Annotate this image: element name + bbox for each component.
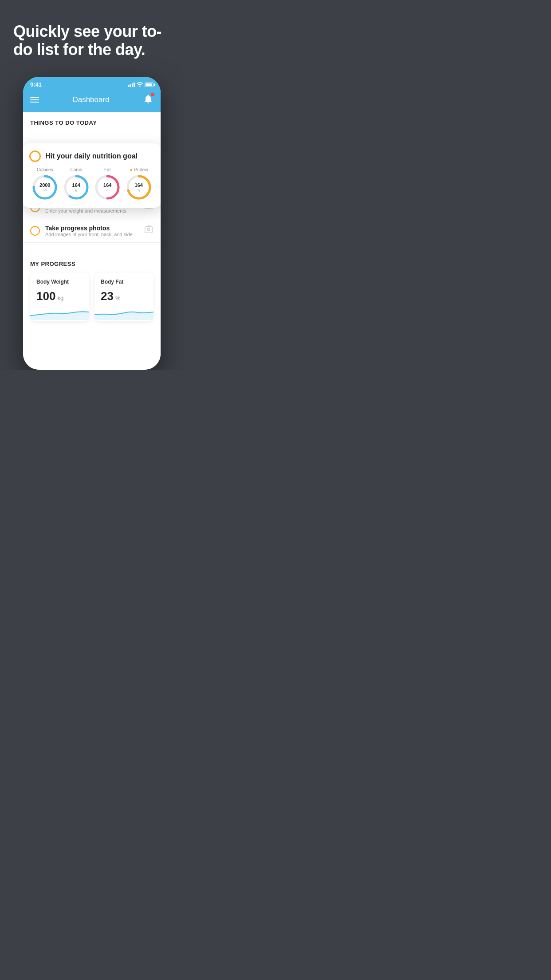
calories-label: Calories: [37, 167, 53, 172]
progress-cards: Body Weight 100 kg: [30, 273, 153, 321]
photos-subtitle: Add images of your front, back, and side: [45, 232, 138, 237]
body-weight-value: 100: [36, 289, 55, 303]
body-fat-chart: [94, 307, 153, 320]
carbs-donut: 164 g: [63, 174, 90, 201]
fat-donut: 164 g: [94, 174, 121, 201]
body-fat-value-row: 23 %: [101, 289, 147, 303]
hero-section: Quickly see your to-do list for the day.: [0, 0, 184, 68]
body-weight-chart: [30, 307, 89, 320]
status-time: 9:41: [30, 81, 42, 88]
phone-screen: 9:41 Dashboard: [23, 77, 161, 370]
nutrition-card: Hit your daily nutrition goal Calories: [23, 143, 161, 208]
calories-value: 2000: [39, 182, 50, 188]
nutrition-circle-check: [29, 150, 41, 162]
status-bar: 9:41: [23, 77, 161, 89]
protein-stat: ★ Protein 164 g: [126, 167, 152, 201]
svg-point-12: [147, 229, 150, 231]
notification-bell-icon[interactable]: [143, 94, 153, 106]
hero-title: Quickly see your to-do list for the day.: [13, 22, 170, 59]
fat-label: Fat: [104, 167, 110, 172]
carbs-value: 164: [72, 182, 80, 188]
protein-value: 164: [135, 182, 143, 188]
list-item[interactable]: Take progress photos Add images of your …: [23, 219, 161, 243]
svg-rect-11: [145, 227, 153, 233]
body-weight-value-row: 100 kg: [36, 289, 83, 303]
protein-label: ★ Protein: [129, 167, 148, 172]
body-fat-value: 23: [101, 289, 114, 303]
progress-section: MY PROGRESS Body Weight 100 kg: [23, 252, 161, 328]
wifi-icon: [137, 82, 143, 87]
body-weight-unit: kg: [57, 295, 63, 301]
spacer: [23, 243, 161, 252]
todo-section-header: THINGS TO DO TODAY: [23, 112, 161, 130]
phone-mockup: 9:41 Dashboard: [0, 77, 184, 370]
bodystats-subtitle: Enter your weight and measurements: [45, 208, 138, 213]
protein-donut: 164 g: [126, 174, 152, 201]
status-icons: [128, 82, 154, 87]
phone-content: THINGS TO DO TODAY Hit your daily nutrit…: [23, 112, 161, 370]
body-fat-title: Body Fat: [101, 279, 147, 285]
body-weight-title: Body Weight: [36, 279, 83, 285]
body-weight-card[interactable]: Body Weight 100 kg: [30, 273, 89, 321]
photo-icon: [144, 225, 153, 237]
calories-donut: 2000 cal: [31, 174, 58, 201]
app-header: Dashboard: [23, 89, 161, 112]
battery-icon: [145, 83, 153, 87]
carbs-label: Carbs: [70, 167, 82, 172]
nutrition-goal-row: Hit your daily nutrition goal: [29, 150, 154, 162]
photos-check-circle: [30, 226, 40, 236]
body-fat-unit: %: [115, 295, 121, 301]
body-fat-card[interactable]: Body Fat 23 %: [94, 273, 153, 321]
calories-stat: Calories 2000 cal: [31, 167, 58, 201]
carbs-stat: Carbs 164 g: [63, 167, 90, 201]
nutrition-goal-label: Hit your daily nutrition goal: [45, 152, 138, 160]
photos-title: Take progress photos: [45, 225, 138, 232]
signal-icon: [128, 83, 135, 87]
menu-icon[interactable]: [30, 97, 39, 103]
todo-header-text: THINGS TO DO TODAY: [30, 119, 97, 126]
fat-stat: Fat 164 g: [94, 167, 121, 201]
header-title: Dashboard: [72, 95, 109, 104]
star-icon: ★: [129, 167, 133, 172]
photos-text: Take progress photos Add images of your …: [45, 225, 138, 237]
nutrition-stats: Calories 2000 cal: [29, 167, 154, 201]
progress-header-text: MY PROGRESS: [30, 261, 153, 267]
notification-badge: [151, 93, 154, 96]
fat-value: 164: [103, 182, 111, 188]
